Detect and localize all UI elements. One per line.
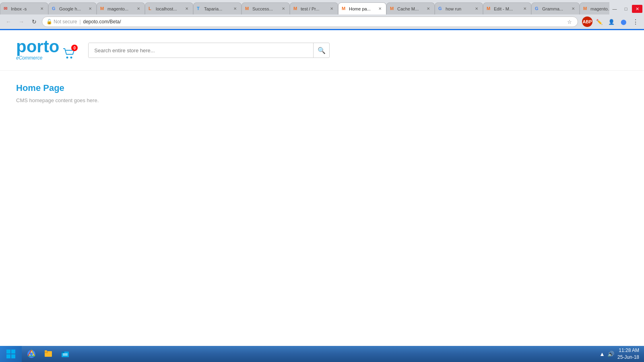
tab-favicon-cache: M [390, 6, 396, 12]
tab-close-taparia[interactable]: ✕ [232, 6, 238, 12]
tab-cache[interactable]: M Cache M... ✕ [386, 2, 435, 14]
back-button[interactable]: ← [3, 16, 14, 27]
taskbar-chrome-icon[interactable] [23, 346, 39, 362]
tab-label-google: Google h... [59, 6, 81, 11]
cart-badge: 0 [71, 45, 78, 51]
tab-close-test[interactable]: ✕ [329, 6, 334, 12]
tab-gramma[interactable]: G Gramma... ✕ [531, 2, 580, 14]
page-body: Home Page CMS homepage content goes here… [0, 71, 644, 115]
tab-label-homepage: Home pa... [349, 6, 371, 11]
tab-label-magento1: magento... [107, 6, 128, 11]
tab-homepage[interactable]: M Home pa... ✕ [338, 2, 386, 14]
svg-point-1 [70, 57, 72, 59]
search-icon: 🔍 [318, 47, 326, 54]
close-button[interactable]: ✕ [632, 5, 642, 13]
cart-icon-container[interactable]: 0 [62, 46, 76, 62]
taskbar-explorer-icon[interactable] [40, 346, 56, 362]
tab-google[interactable]: G Google h... ✕ [48, 2, 97, 14]
tab-label-gmail: Inbox -s [11, 6, 27, 11]
bookmark-icon[interactable]: ☆ [566, 18, 574, 26]
window-controls: — □ ✕ [609, 5, 644, 14]
tab-favicon-localhost: L [149, 6, 154, 12]
address-bar-row: ← → ↻ 🔓 Not secure | depoto.com/Beta/ ☆ … [0, 14, 644, 29]
tab-close-gramma[interactable]: ✕ [570, 6, 576, 12]
tab-label-cache: Cache M... [397, 6, 419, 11]
taskbar-icons [22, 346, 75, 362]
tab-label-success: Success... [252, 6, 273, 11]
tab-favicon-editma: M [487, 6, 492, 12]
tab-label-magento2: magento... [590, 6, 609, 11]
search-container: 🔍 [88, 43, 330, 58]
tab-close-magento1[interactable]: ✕ [136, 6, 141, 12]
tab-close-gmail[interactable]: ✕ [39, 6, 45, 12]
tab-localhost[interactable]: L localhost... ✕ [145, 2, 193, 14]
page-content: porto eCommerce 0 🔍 [0, 30, 644, 346]
tab-close-homepage[interactable]: ✕ [377, 6, 383, 12]
page-description: CMS homepage content goes here. [16, 97, 628, 103]
reload-button[interactable]: ↻ [29, 16, 39, 27]
tab-favicon-magento2: M [583, 6, 589, 12]
tab-close-cache[interactable]: ✕ [425, 6, 431, 12]
store-logo: porto eCommerce 0 [16, 38, 76, 62]
tab-favicon-test: M [293, 6, 299, 12]
clock-time: 11:28 AM [617, 347, 639, 354]
tab-label-test: test / Pr... [301, 6, 319, 11]
taskbar-right: ▲ 🔊 11:28 AM 25-Jun-18 [599, 347, 644, 361]
extension-icons: ABP ✏️ 👤 ⬤ ⋮ [582, 16, 641, 27]
tab-label-gramma: Gramma... [542, 6, 563, 11]
taskbar: ▲ 🔊 11:28 AM 25-Jun-18 [0, 346, 644, 362]
svg-rect-5 [11, 354, 15, 358]
start-button[interactable] [0, 346, 22, 362]
tab-label-howrun: how run [446, 6, 461, 11]
tab-test[interactable]: M test / Pr... ✕ [290, 2, 338, 14]
logo-porto-text: porto eCommerce [16, 38, 59, 62]
svg-rect-4 [6, 354, 10, 358]
minimize-button[interactable]: — [609, 5, 620, 13]
forward-button[interactable]: → [16, 16, 27, 27]
svg-rect-3 [11, 350, 15, 354]
tab-taparia[interactable]: T Taparia... ✕ [193, 2, 242, 14]
svg-rect-15 [63, 355, 68, 356]
tab-close-google[interactable]: ✕ [87, 6, 93, 12]
windows-logo-icon [6, 349, 16, 359]
tab-editma[interactable]: M Edit - M... ✕ [483, 2, 531, 14]
chrome-menu-button[interactable]: ⋮ [630, 16, 641, 27]
tab-favicon-magento1: M [100, 6, 106, 12]
svg-rect-14 [63, 354, 68, 354]
tab-close-success[interactable]: ✕ [281, 6, 286, 12]
search-button[interactable]: 🔍 [313, 43, 329, 58]
ext-user-icon[interactable]: 👤 [606, 16, 617, 27]
ext-pencil-icon[interactable]: ✏️ [594, 16, 605, 27]
search-input[interactable] [89, 43, 313, 58]
tab-bar: ✉ Inbox -s ✕ G Google h... ✕ M magento..… [0, 0, 644, 14]
tab-magento2[interactable]: M magento... ✕ [580, 2, 609, 14]
clock-date: 25-Jun-18 [617, 354, 639, 361]
ext-chrome-icon[interactable]: ⬤ [618, 16, 629, 27]
tab-favicon-taparia: T [197, 6, 202, 12]
tab-close-howrun[interactable]: ✕ [474, 6, 479, 12]
tab-success[interactable]: M Success... ✕ [242, 2, 290, 14]
maximize-button[interactable]: □ [621, 5, 631, 13]
sys-tray-icons: ▲ 🔊 [599, 351, 614, 357]
tab-howrun[interactable]: G how run ✕ [435, 2, 483, 14]
address-bar-actions: ☆ [566, 18, 574, 26]
svg-rect-11 [45, 350, 47, 352]
store-header: porto eCommerce 0 🔍 [0, 30, 644, 71]
taskbar-filemanager-icon[interactable] [57, 346, 73, 362]
network-icon: ▲ [599, 351, 605, 357]
taskbar-clock: 11:28 AM 25-Jun-18 [617, 347, 639, 361]
svg-rect-13 [62, 352, 64, 353]
page-title: Home Page [16, 83, 628, 93]
ext-abp-icon[interactable]: ABP [582, 16, 592, 27]
svg-rect-2 [6, 350, 10, 354]
tab-close-editma[interactable]: ✕ [522, 6, 528, 12]
tab-label-editma: Edit - M... [494, 6, 513, 11]
tab-magento1[interactable]: M magento... ✕ [97, 2, 145, 14]
tab-close-localhost[interactable]: ✕ [184, 6, 190, 12]
tab-gmail[interactable]: ✉ Inbox -s ✕ [0, 2, 48, 14]
logo-text: porto [16, 37, 59, 56]
tab-label-taparia: Taparia... [204, 6, 222, 11]
chrome-window: ✉ Inbox -s ✕ G Google h... ✕ M magento..… [0, 0, 644, 346]
address-bar[interactable]: 🔓 Not secure | depoto.com/Beta/ ☆ [42, 16, 578, 27]
volume-icon: 🔊 [607, 351, 614, 357]
